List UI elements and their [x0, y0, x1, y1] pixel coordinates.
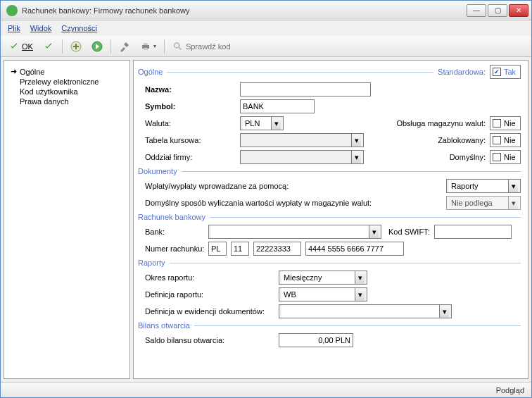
chevron-down-icon: ▾: [508, 197, 518, 209]
check-icon: [8, 41, 20, 52]
svg-rect-3: [144, 43, 148, 45]
ok-label: OK: [22, 42, 33, 51]
warehouse-checkbox[interactable]: Nie: [490, 116, 521, 130]
balance-input[interactable]: [279, 333, 353, 347]
arrow-right-icon: ➜: [10, 67, 17, 76]
svg-rect-4: [144, 48, 148, 50]
print-icon: [140, 41, 151, 52]
print-button[interactable]: ▾: [137, 38, 160, 55]
docdef-select[interactable]: ▾: [279, 304, 452, 318]
via-label: Wpłaty/wypłaty wprowadzane za pomocą:: [138, 182, 446, 190]
menu-file[interactable]: Plik: [8, 24, 20, 32]
period-select[interactable]: Miesięczny ▾: [279, 270, 367, 285]
nav-label: Przelewy elektroniczne: [20, 77, 99, 86]
ratetable-select[interactable]: ▾: [240, 133, 364, 147]
currency-label: Waluta:: [138, 119, 240, 128]
window-title: Rachunek bankowy: Firmowy rachunek banko…: [22, 6, 467, 15]
currency-select[interactable]: PLN ▾: [240, 116, 284, 130]
branch-select[interactable]: ▾: [240, 150, 364, 164]
magnify-icon: [172, 41, 184, 52]
nav-item-rights[interactable]: Prawa danych: [8, 97, 125, 106]
docdef-label: Definicja w ewidencji dokumentów:: [138, 307, 279, 316]
swift-input[interactable]: [434, 225, 512, 239]
locked-checkbox[interactable]: Nie: [490, 133, 521, 147]
nav-panel: ➜ Ogólne Przelewy elektroniczne Kod użyt…: [4, 60, 130, 379]
group-reports: Raporty Okres raportu: Miesięczny ▾ Defi…: [138, 259, 521, 320]
nav-label: Kod użytkownika: [20, 87, 78, 96]
toolbar-sep: [110, 39, 111, 54]
symbol-label: Symbol:: [138, 102, 240, 111]
group-documents: Dokumenty Wpłaty/wypłaty wprowadzane za …: [138, 167, 521, 211]
chevron-down-icon: ▾: [439, 305, 449, 318]
balance-label: Saldo bilansu otwarcia:: [138, 336, 279, 344]
branch-label: Oddział firmy:: [138, 153, 240, 161]
toolbar-sep: [62, 39, 63, 54]
bank-value: [211, 225, 369, 238]
bank-select[interactable]: ▾: [208, 225, 381, 239]
accept-button[interactable]: [39, 38, 58, 55]
checkmark-icon: ✔: [493, 68, 501, 76]
nav-item-general[interactable]: ➜ Ogólne: [8, 66, 125, 77]
acct-sort-input[interactable]: [253, 242, 301, 256]
check-icon: [43, 41, 54, 52]
chevron-down-icon: ▾: [369, 225, 379, 238]
default-checkbox[interactable]: Nie: [490, 150, 521, 164]
maximize-button[interactable]: ▢: [488, 4, 507, 17]
acct-country-input[interactable]: [208, 242, 227, 256]
chevron-down-icon: ▾: [351, 151, 361, 163]
statusbar: Podgląd: [1, 382, 531, 397]
acct-number-input[interactable]: [305, 242, 404, 256]
toolbar-sep: [164, 39, 165, 54]
group-title: Ogólne: [138, 68, 163, 76]
period-label: Okres raportu:: [138, 273, 279, 282]
checkcode-label: Sprawdź kod: [186, 42, 231, 51]
branch-value: [243, 151, 351, 163]
menu-view[interactable]: Widok: [30, 24, 52, 32]
standard-checkbox[interactable]: ✔ Tak: [490, 65, 521, 79]
plus-icon: [70, 41, 82, 52]
chevron-down-icon: ▾: [351, 134, 361, 147]
close-button[interactable]: ✕: [509, 4, 528, 17]
default-value: Nie: [504, 153, 516, 161]
group-title: Raporty: [138, 259, 165, 267]
tools-icon: [119, 41, 130, 52]
acct-check-input[interactable]: [231, 242, 249, 256]
app-icon: [6, 5, 18, 16]
swift-label: Kod SWIFT:: [388, 228, 430, 236]
add-button[interactable]: [67, 38, 85, 55]
minimize-button[interactable]: —: [467, 4, 486, 17]
svg-point-5: [175, 42, 179, 47]
def-select[interactable]: WB ▾: [279, 287, 367, 301]
currency-value: PLN: [243, 117, 271, 130]
tools-button[interactable]: [115, 38, 134, 55]
group-opening: Bilans otwarcia Saldo bilansu otwarcia:: [138, 321, 521, 349]
checkcode-button[interactable]: Sprawdź kod: [169, 38, 234, 55]
locked-label: Zablokowany:: [438, 136, 490, 144]
def-label: Definicja raportu:: [138, 290, 279, 299]
standard-label: Standardowa:: [438, 68, 486, 76]
name-input[interactable]: [240, 82, 371, 97]
chevron-down-icon: ▾: [355, 288, 365, 301]
warehouse-value: Nie: [504, 119, 516, 128]
menu-actions[interactable]: Czynności: [61, 24, 97, 32]
default-label: Domyślny:: [450, 153, 490, 161]
group-title: Rachunek bankowy: [138, 213, 205, 221]
group-general: Ogólne Standardowa: ✔ Tak Nazwa: Symbol:: [138, 65, 521, 166]
nav-item-usercode[interactable]: Kod użytkownika: [8, 87, 125, 97]
toolbar: OK ▾: [1, 36, 531, 57]
bank-label: Bank:: [138, 228, 208, 236]
checkbox-empty-icon: [493, 136, 501, 144]
docdef-value: [281, 305, 439, 318]
ratetable-value: [243, 134, 351, 147]
arrow-right-icon: [91, 41, 103, 52]
symbol-input[interactable]: [240, 99, 315, 113]
ok-button[interactable]: OK: [5, 38, 37, 55]
chevron-down-icon: ▾: [153, 43, 156, 49]
nav-item-etransfers[interactable]: Przelewy elektroniczne: [8, 77, 125, 87]
calc-select[interactable]: Nie podlega ▾: [446, 196, 521, 210]
go-button[interactable]: [88, 38, 106, 55]
preview-link[interactable]: Podgląd: [496, 386, 524, 394]
via-value: Raporty: [449, 180, 508, 192]
via-select[interactable]: Raporty ▾: [446, 179, 521, 193]
chevron-down-icon: ▾: [355, 271, 365, 284]
